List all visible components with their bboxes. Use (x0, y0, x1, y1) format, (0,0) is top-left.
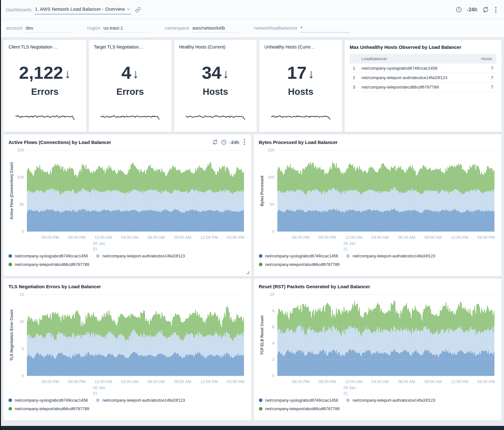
table-row[interactable]: 2 net/company-teleport-auth/abcdce14fa33… (350, 73, 496, 83)
legend-item-teleport-auth[interactable]: net/company-teleport-auth/abcdce14fa33f1… (96, 398, 185, 403)
legend-dot (346, 254, 350, 258)
svg-text:12:00 PM: 12:00 PM (200, 379, 218, 384)
legend-item-syslog[interactable]: net/company-syslog/abcd6749ccac1456 (9, 398, 88, 403)
chart-legend: net/company-syslog/abcd6749ccac1456 net/… (259, 252, 497, 269)
stat-card-title: Unhealthy Hosts (Curre… (264, 44, 337, 49)
stat-card-value: 17 ↓ (259, 64, 342, 82)
stat-card-target-tls: Target TLS Negotiation… 4 ↓ Errors (89, 40, 172, 132)
filter-networkloadbalancer-input[interactable]: * (300, 25, 350, 32)
bytes-processed-chart[interactable]: 050100150Bytes Processed06:00 PM09:00 PM… (259, 146, 495, 252)
legend-dot (9, 398, 12, 402)
svg-text:06:00 AM: 06:00 AM (398, 379, 415, 384)
stat-card-value: 2,122 ↓ (3, 64, 86, 82)
clock-icon[interactable] (221, 140, 226, 145)
row-loadbalancer: net/company-teleport-auth/abcdce14fa33f1… (358, 73, 473, 83)
legend-label: net/company-syslog/abcd6749ccac1456 (15, 398, 88, 403)
svg-text:12:00 AM: 12:00 AM (345, 379, 362, 384)
svg-text:03:00 PM: 03:00 PM (477, 379, 495, 384)
refresh-icon[interactable] (212, 139, 218, 145)
stat-value-number: 34 (202, 64, 221, 82)
legend-item-teleport[interactable]: net/company-teleport/abcd66cdf6787789 (9, 406, 89, 411)
legend-label: net/company-teleport-auth/abcdce14fa33f1… (352, 254, 435, 258)
legend-dot (259, 263, 262, 266)
svg-text:Active Flow (Connection) Count: Active Flow (Connection) Count (9, 162, 14, 220)
svg-text:09:00 AM: 09:00 AM (424, 379, 442, 384)
svg-text:50: 50 (20, 202, 24, 207)
stat-card-unit: Hosts (174, 87, 257, 97)
stat-card-value: 4 ↓ (89, 64, 172, 82)
table-header-index (350, 54, 358, 64)
legend-item-syslog[interactable]: net/company-syslog/abcd6749ccac1456 (259, 254, 338, 258)
legend-dot (9, 254, 12, 258)
table-row[interactable]: 1 net/company-syslog/abcd6749ccac1456 7 (350, 64, 496, 73)
svg-text:03:00 PM: 03:00 PM (227, 379, 244, 384)
row-loadbalancer: net/company-teleport/abcd66cdf6787789 (358, 83, 473, 92)
filter-bar: account dev region us-east-1 namespace a… (1, 20, 504, 37)
filter-namespace: namespace aws/networkelb (165, 25, 239, 32)
svg-text:03:00 AM: 03:00 AM (371, 379, 389, 384)
filter-networkloadbalancer-label: networkloadbalancer (254, 25, 297, 31)
legend-item-teleport[interactable]: net/company-teleport/abcd66cdf6787789 (9, 262, 89, 267)
legend-item-syslog[interactable]: net/company-syslog/abcd6749ccac1456 (259, 398, 338, 403)
svg-text:21: 21 (93, 391, 97, 396)
legend-item-teleport[interactable]: net/company-teleport/abcd66cdf6787789 (259, 262, 340, 267)
rst-packets-chart[interactable]: 0246810TCP ELB Reset Count06:00 PM09:00 … (259, 291, 495, 396)
svg-text:100: 100 (267, 175, 274, 180)
legend-dot (96, 398, 100, 402)
legend-item-teleport-auth[interactable]: net/company-teleport-auth/abcdce14fa33f1… (346, 254, 435, 258)
legend-label: net/company-teleport-auth/abcdce14fa33f1… (352, 398, 435, 403)
svg-text:03:00 AM: 03:00 AM (121, 235, 138, 240)
svg-text:8: 8 (272, 308, 274, 313)
legend-item-syslog[interactable]: net/company-syslog/abcd6749ccac1456 (9, 254, 88, 258)
dashboard-title-dropdown[interactable]: 1. AWS Network Load Balancer - Overview (35, 5, 131, 14)
row-loadbalancer: net/company-syslog/abcd6749ccac1456 (358, 64, 473, 73)
svg-text:21: 21 (343, 391, 347, 396)
time-range-label[interactable]: -24h (467, 7, 477, 13)
more-options-icon[interactable] (243, 139, 246, 146)
chart-controls: -24h (212, 139, 246, 146)
tls-errors-chart[interactable]: 051015TLS Negotiation Error Count06:00 P… (9, 291, 245, 396)
clock-icon[interactable] (456, 7, 462, 13)
chart-title: TLS Negotiation Errors by Load Balancer (9, 284, 101, 289)
share-link-icon[interactable] (135, 7, 141, 13)
legend-item-teleport[interactable]: net/company-teleport/abcd66cdf6787789 (259, 406, 340, 411)
legend-label: net/company-syslog/abcd6749ccac1456 (265, 254, 338, 258)
chart-legend: net/company-syslog/abcd6749ccac1456 net/… (9, 252, 246, 269)
svg-text:10: 10 (20, 319, 24, 324)
table-row[interactable]: 3 net/company-teleport/abcd66cdf6787789 … (350, 83, 496, 92)
filter-region-input[interactable]: us-east-1 (103, 25, 150, 32)
svg-text:03:00 AM: 03:00 AM (371, 235, 389, 240)
refresh-icon[interactable] (482, 6, 489, 13)
svg-text:0: 0 (272, 229, 274, 234)
legend-label: net/company-teleport/abcd66cdf6787789 (15, 262, 89, 267)
svg-text:09:00 PM: 09:00 PM (68, 235, 86, 240)
sparkline (269, 112, 332, 121)
svg-text:15: 15 (20, 292, 24, 297)
stat-card-unit: Errors (89, 87, 172, 97)
filter-region-label: region (87, 25, 100, 31)
stat-card-unit: Hosts (259, 87, 342, 97)
svg-text:150: 150 (267, 148, 274, 152)
row-hosts: 7 (473, 83, 496, 92)
legend-dot (259, 254, 262, 258)
svg-text:150: 150 (17, 148, 24, 152)
chart-legend: net/company-syslog/abcd6749ccac1456 net/… (9, 396, 246, 413)
legend-label: net/company-teleport/abcd66cdf6787789 (15, 406, 89, 411)
stat-card-healthy-hosts: Healthy Hosts (Current) 34 ↓ Hosts (174, 40, 257, 132)
active-flows-chart[interactable]: 050100150Active Flow (Connection) Count0… (9, 146, 245, 252)
stat-value-number: 4 (122, 64, 131, 82)
legend-item-teleport-auth[interactable]: net/company-teleport-auth/abcdce14fa33f1… (346, 398, 435, 403)
filter-namespace-input[interactable]: aws/networkelb (192, 25, 239, 32)
filter-account-input[interactable]: dev (26, 25, 72, 32)
time-range-label[interactable]: -24h (230, 140, 239, 145)
legend-item-teleport-auth[interactable]: net/company-teleport-auth/abcdce14fa33f1… (96, 254, 185, 258)
dashboard-body: Client TLS Negotiation … 2,122 ↓ Errors … (1, 37, 504, 426)
sparkline (184, 112, 247, 121)
legend-dot (346, 398, 350, 402)
unhealthy-hosts-table: Loadbalancer Hosts 1 net/company-syslog/… (350, 54, 496, 92)
max-unhealthy-hosts-panel: Max Unhealthy Hosts Observed by Load Bal… (345, 40, 501, 132)
svg-text:06:00 PM: 06:00 PM (292, 235, 309, 240)
more-options-icon[interactable] (494, 6, 498, 13)
panel-resize-handle[interactable] (246, 271, 249, 274)
legend-label: net/company-syslog/abcd6749ccac1456 (15, 254, 88, 258)
